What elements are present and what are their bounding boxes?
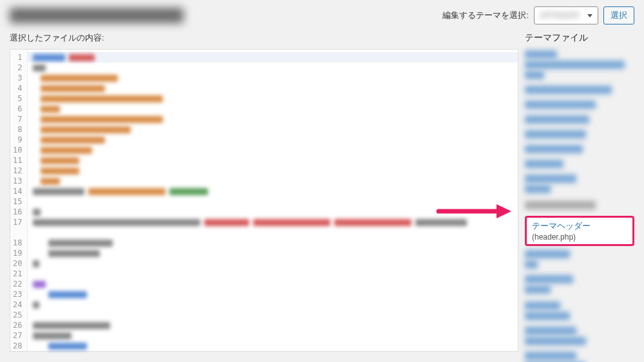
file-list: テーマヘッダー (header.php) [525,49,634,362]
file-item[interactable] [525,145,583,153]
file-item[interactable] [525,327,576,335]
file-item[interactable] [525,86,612,94]
file-sidebar: テーマファイル テーマヘッダー (header.php) [525,32,634,362]
file-item[interactable] [525,260,538,269]
file-item[interactable] [525,61,625,69]
sidebar-title: テーマファイル [525,32,634,44]
editor-content-label: 選択したファイルの内容: [10,32,518,44]
page-title [10,8,184,23]
file-item[interactable] [525,275,573,283]
theme-dropdown[interactable]: AFFINGER [534,6,598,24]
content-row: 選択したファイルの内容: 12345 678910 1112131415 161… [10,32,634,362]
theme-selector: 編集するテーマを選択: AFFINGER 選択 [442,6,634,24]
highlighted-file-title: テーマヘッダー [532,220,627,232]
file-item[interactable] [525,115,589,124]
file-item[interactable] [525,50,557,59]
file-item[interactable] [525,185,551,193]
file-item[interactable] [525,201,596,209]
highlighted-file-filename: (header.php) [532,233,627,242]
theme-dropdown-value: AFFINGER [540,11,579,20]
file-item[interactable] [525,130,586,138]
file-item[interactable] [525,250,570,258]
file-item[interactable] [525,285,551,294]
file-item[interactable] [525,301,560,310]
line-numbers: 12345 678910 1112131415 1617 1819 202122… [10,50,28,351]
select-button[interactable]: 選択 [603,6,634,24]
code-content[interactable] [28,50,518,351]
file-item[interactable] [525,175,576,183]
highlighted-file-item[interactable]: テーマヘッダー (header.php) [525,216,634,246]
file-item[interactable] [525,337,586,345]
code-editor[interactable]: 12345 678910 1112131415 1617 1819 202122… [10,49,518,352]
file-item[interactable] [525,312,570,320]
file-item[interactable] [525,160,564,168]
file-item[interactable] [525,352,576,360]
editor-section: 選択したファイルの内容: 12345 678910 1112131415 161… [10,32,518,362]
header-row: 編集するテーマを選択: AFFINGER 選択 [10,6,634,24]
theme-select-label: 編集するテーマを選択: [442,10,529,21]
file-item[interactable] [525,100,596,109]
file-item[interactable] [525,71,544,79]
